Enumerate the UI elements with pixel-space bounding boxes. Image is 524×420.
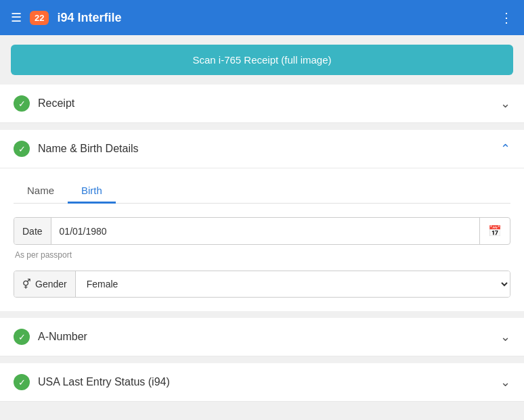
receipt-section-left: ✓ Receipt: [14, 95, 74, 112]
receipt-section-label: Receipt: [38, 97, 74, 110]
gap-2: [0, 312, 524, 318]
receipt-section-header[interactable]: ✓ Receipt ⌄: [0, 85, 524, 123]
hamburger-icon[interactable]: ☰: [11, 10, 22, 25]
name-birth-section-label: Name & Birth Details: [38, 143, 139, 155]
name-birth-section-content: Name Birth Date 📅 As per passport ⚥ Gend…: [0, 168, 524, 311]
usa-entry-section: ✓ USA Last Entry Status (i94) ⌄: [0, 363, 524, 402]
calendar-icon[interactable]: 📅: [479, 218, 510, 244]
more-icon[interactable]: ⋮: [500, 9, 513, 26]
gender-field-row: ⚥ Gender Male Female Other: [14, 271, 510, 298]
content-area: Scan i-765 Receipt (full image) ✓ Receip…: [0, 35, 524, 410]
name-birth-check-icon: ✓: [14, 141, 30, 157]
tab-name[interactable]: Name: [14, 179, 68, 204]
anumber-section-header[interactable]: ✓ A-Number ⌄: [0, 318, 524, 356]
logo-badge: 22: [30, 11, 49, 25]
scan-button[interactable]: Scan i-765 Receipt (full image): [11, 45, 513, 75]
gap-1: [0, 124, 524, 130]
date-hint: As per passport: [14, 250, 510, 260]
usa-entry-section-header[interactable]: ✓ USA Last Entry Status (i94) ⌄: [0, 363, 524, 402]
gender-label: ⚥ Gender: [14, 271, 76, 297]
header-left: ☰ 22 i94 Interfile: [11, 10, 122, 25]
name-birth-section-header[interactable]: ✓ Name & Birth Details ⌃: [0, 130, 524, 168]
app-header: ☰ 22 i94 Interfile ⋮: [0, 0, 524, 35]
name-birth-chevron-icon: ⌃: [500, 141, 510, 156]
birth-tabs: Name Birth: [14, 179, 510, 204]
usa-entry-check-icon: ✓: [14, 374, 30, 390]
receipt-check-icon: ✓: [14, 95, 30, 112]
name-birth-section: ✓ Name & Birth Details ⌃ Name Birth Date…: [0, 130, 524, 311]
usa-entry-section-label: USA Last Entry Status (i94): [38, 376, 170, 388]
date-label: Date: [14, 218, 51, 244]
tab-birth[interactable]: Birth: [68, 179, 116, 204]
gap-3: [0, 358, 524, 363]
date-input[interactable]: [51, 218, 479, 244]
receipt-chevron-icon: ⌄: [500, 96, 510, 111]
receipt-section: ✓ Receipt ⌄: [0, 85, 524, 123]
scan-button-container: Scan i-765 Receipt (full image): [0, 35, 524, 85]
usa-entry-section-left: ✓ USA Last Entry Status (i94): [14, 374, 170, 390]
anumber-section-label: A-Number: [38, 331, 87, 343]
name-birth-section-left: ✓ Name & Birth Details: [14, 141, 139, 157]
usa-entry-chevron-icon: ⌄: [500, 375, 510, 390]
anumber-section-left: ✓ A-Number: [14, 329, 87, 345]
anumber-section: ✓ A-Number ⌄: [0, 318, 524, 356]
app-title: i94 Interfile: [57, 11, 121, 25]
date-field-row: Date 📅: [14, 217, 510, 245]
gender-select[interactable]: Male Female Other: [76, 271, 510, 297]
anumber-check-icon: ✓: [14, 329, 30, 345]
gender-symbol-icon: ⚥: [22, 279, 31, 289]
anumber-chevron-icon: ⌄: [500, 329, 510, 344]
